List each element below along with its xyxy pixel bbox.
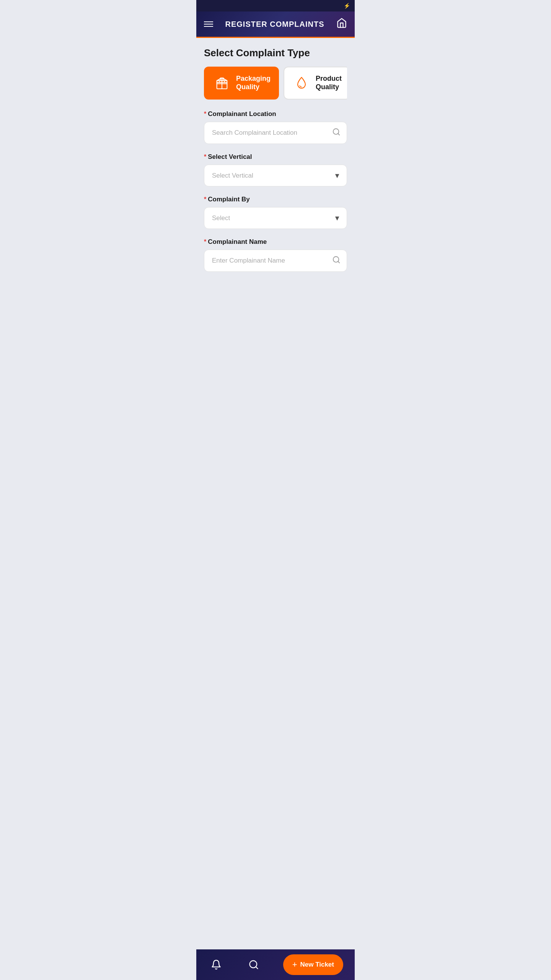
complaint-type-packaging[interactable]: Packaging Quality (204, 67, 279, 100)
complainant-name-input[interactable] (204, 250, 347, 271)
main-content: Select Complaint Type (196, 38, 355, 312)
select-vertical-label: * Select Vertical (204, 153, 347, 161)
status-bar: ⚡ (196, 0, 355, 11)
complainant-location-search-icon[interactable] (332, 128, 341, 138)
battery-icon: ⚡ (344, 3, 350, 9)
complainant-location-label: * Complainant Location (204, 110, 347, 118)
product-label: Product Quality (316, 75, 342, 91)
complainant-name-label: * Complainant Name (204, 238, 347, 246)
header-title: REGISTER COMPLAINTS (225, 20, 324, 29)
complainant-name-group: * Complainant Name (204, 238, 347, 272)
complaint-type-list: Packaging Quality Product Quality (204, 67, 347, 100)
complainant-name-search-icon[interactable] (332, 256, 341, 266)
menu-icon[interactable] (204, 21, 213, 27)
complainant-location-wrapper (204, 122, 347, 144)
complainant-name-wrapper (204, 250, 347, 272)
required-star-2: * (204, 154, 206, 160)
home-icon[interactable] (336, 18, 347, 31)
svg-line-4 (338, 134, 339, 135)
select-vertical-wrapper: Select Vertical ▼ (204, 165, 347, 186)
required-star-4: * (204, 238, 206, 245)
complaint-by-label: * Complaint By (204, 196, 347, 203)
app-header: REGISTER COMPLAINTS (196, 11, 355, 38)
complaint-by-dropdown[interactable]: Select (204, 207, 347, 229)
svg-line-6 (338, 261, 339, 263)
complaint-type-product[interactable]: Product Quality (284, 67, 347, 100)
required-star: * (204, 111, 206, 118)
complaint-by-group: * Complaint By Select ▼ (204, 196, 347, 229)
packaging-icon (212, 74, 231, 93)
complaint-by-wrapper: Select ▼ (204, 207, 347, 229)
section-title: Select Complaint Type (204, 47, 347, 59)
select-vertical-dropdown[interactable]: Select Vertical (204, 165, 347, 186)
complainant-location-group: * Complainant Location (204, 110, 347, 144)
packaging-label: Packaging Quality (236, 75, 271, 91)
select-vertical-group: * Select Vertical Select Vertical ▼ (204, 153, 347, 186)
status-icons: ⚡ (344, 3, 350, 9)
product-icon (292, 74, 311, 93)
required-star-3: * (204, 196, 206, 203)
complainant-location-input[interactable] (204, 122, 347, 144)
